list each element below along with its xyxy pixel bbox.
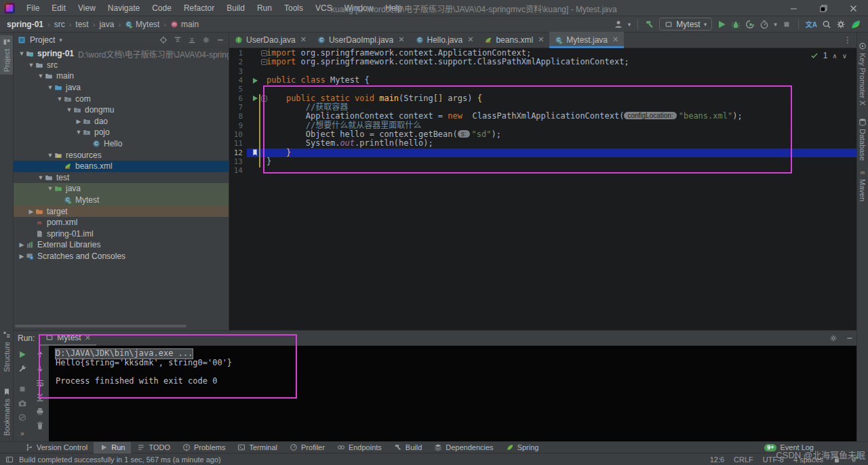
tree-item-java[interactable]: ▼java bbox=[14, 183, 229, 195]
tool-stripe-database[interactable]: Database bbox=[857, 115, 868, 163]
tab-close-icon[interactable]: ✕ bbox=[612, 35, 618, 44]
tree-item-pojo[interactable]: ▼pojo bbox=[14, 127, 229, 138]
stop-process-icon[interactable] bbox=[18, 384, 27, 394]
restore-button[interactable] bbox=[808, 0, 838, 16]
toolwindow-run[interactable]: Run bbox=[94, 442, 131, 453]
tree-chevron-icon[interactable]: ▼ bbox=[65, 106, 73, 113]
menu-navigate[interactable]: Navigate bbox=[102, 2, 146, 14]
tree-chevron-icon[interactable]: ▼ bbox=[46, 84, 54, 91]
toolwindow-build[interactable]: Build bbox=[388, 442, 428, 453]
status-message[interactable]: Build completed successfully in 1 sec, 5… bbox=[19, 456, 221, 464]
event-log-item[interactable]: 9+ Event Log bbox=[764, 443, 868, 451]
tree-chevron-icon[interactable]: ▼ bbox=[37, 174, 45, 181]
inspection-widget[interactable]: 1 ∧ ∨ bbox=[810, 51, 847, 60]
project-settings-icon[interactable] bbox=[202, 36, 210, 44]
editor-tab-userdaoimpl.java[interactable]: CUserDaoImpl.java✕ bbox=[312, 32, 410, 47]
menu-build[interactable]: Build bbox=[220, 2, 251, 14]
toolwindow-todo[interactable]: TODO bbox=[131, 442, 176, 453]
tree-item-src[interactable]: ▼src bbox=[14, 60, 229, 71]
breadcrumb-java[interactable]: java bbox=[99, 20, 114, 29]
tab-close-icon[interactable]: ✕ bbox=[538, 35, 544, 44]
tool-stripe-bookmarks[interactable]: Bookmarks bbox=[0, 385, 13, 439]
rerun-button-icon[interactable] bbox=[18, 350, 27, 359]
editor-tab-mytest.java[interactable]: CMytest.java✕ bbox=[549, 32, 624, 47]
clear-console-icon[interactable] bbox=[35, 421, 45, 430]
tab-close-icon[interactable]: ✕ bbox=[300, 35, 307, 44]
indent-style[interactable]: 4 spaces bbox=[793, 456, 823, 464]
tool-stripe-structure[interactable]: Structure bbox=[0, 328, 13, 375]
tool-stripe-maven[interactable]: m Maven bbox=[857, 165, 868, 204]
thread-dump-icon[interactable] bbox=[18, 399, 27, 408]
project-hscrollbar[interactable] bbox=[15, 325, 186, 327]
tool-stripe-key-promoter[interactable]: Key Promoter X bbox=[857, 39, 868, 108]
run-tab[interactable]: Mytest ✕ bbox=[40, 331, 96, 346]
project-view-dropdown-icon[interactable]: ▾ bbox=[59, 37, 62, 43]
tree-chevron-icon[interactable]: ▼ bbox=[37, 73, 45, 79]
tree-item-main[interactable]: ▼main bbox=[14, 70, 229, 82]
tree-chevron-icon[interactable]: ▼ bbox=[75, 129, 83, 136]
soft-wrap-icon[interactable] bbox=[35, 378, 45, 388]
tree-item-dao[interactable]: ▶dao bbox=[14, 116, 229, 127]
tree-item-beans-xml[interactable]: beans.xml bbox=[14, 161, 229, 172]
tree-chevron-icon[interactable]: ▼ bbox=[56, 96, 64, 102]
coverage-report-icon[interactable] bbox=[18, 413, 27, 422]
translate-icon[interactable]: 文A bbox=[806, 19, 817, 29]
down-stack-trace-icon[interactable] bbox=[35, 364, 45, 373]
menu-view[interactable]: View bbox=[72, 2, 102, 14]
toolwindow-endpoints[interactable]: Endpoints bbox=[331, 442, 388, 453]
run-console[interactable]: D:\JAVA\JDK\bin\java.exe ...Hello{string… bbox=[49, 346, 856, 441]
breadcrumb-test[interactable]: test bbox=[75, 20, 88, 29]
profiler-button-icon[interactable] bbox=[760, 20, 769, 29]
profiler-dropdown-icon[interactable]: ▾ bbox=[774, 21, 777, 28]
prev-problem-icon[interactable]: ∧ bbox=[832, 52, 837, 60]
expand-all-icon[interactable] bbox=[174, 36, 182, 44]
file-encoding[interactable]: UTF-8 bbox=[763, 456, 784, 464]
run-settings-gear-icon[interactable] bbox=[829, 334, 837, 342]
tree-item-com[interactable]: ▼com bbox=[14, 93, 229, 104]
search-everywhere-icon[interactable] bbox=[822, 20, 831, 29]
tree-item-test[interactable]: ▼test bbox=[14, 172, 229, 184]
debug-button-icon[interactable] bbox=[731, 20, 741, 29]
tree-item-resources[interactable]: ▼resources bbox=[14, 149, 229, 161]
run-config-wrench-icon[interactable] bbox=[18, 364, 27, 373]
collapse-all-icon[interactable] bbox=[188, 36, 196, 44]
more-actions-icon[interactable]: » bbox=[20, 430, 24, 441]
user-dropdown-icon[interactable]: ▾ bbox=[628, 21, 631, 28]
tree-item-spring-01-iml[interactable]: spring-01.iml bbox=[14, 228, 229, 240]
toolwindow-problems[interactable]: Problems bbox=[176, 442, 231, 453]
tab-list-icon[interactable]: ⋮ bbox=[844, 35, 852, 45]
project-panel-title[interactable]: Project bbox=[30, 35, 55, 45]
notifications-gear-icon[interactable] bbox=[850, 456, 859, 464]
tree-chevron-icon[interactable]: ▶ bbox=[18, 253, 26, 260]
toolwindow-dependencies[interactable]: Dependencies bbox=[428, 442, 499, 453]
tree-chevron-icon[interactable]: ▶ bbox=[27, 208, 35, 215]
scroll-to-end-icon[interactable] bbox=[35, 392, 45, 402]
tool-stripe-project[interactable]: Project bbox=[0, 35, 13, 75]
fold-marker-icon[interactable]: − bbox=[261, 50, 267, 56]
run-configuration-select[interactable]: Mytest ▾ bbox=[659, 18, 712, 31]
tree-item-target[interactable]: ▶target bbox=[14, 205, 229, 217]
tree-item-spring-01[interactable]: ▼spring-01D:\word文档\电子版练习册\JAVA\04-sprin… bbox=[14, 48, 229, 60]
toolwindow-spring[interactable]: Spring bbox=[500, 442, 545, 453]
tab-close-icon[interactable]: ✕ bbox=[398, 35, 404, 44]
toolwindow-terminal[interactable]: Terminal bbox=[231, 442, 283, 453]
tree-item-dongmu[interactable]: ▼dongmu bbox=[14, 104, 229, 116]
fold-marker-icon[interactable]: − bbox=[261, 59, 267, 65]
settings-gear-icon[interactable] bbox=[836, 20, 846, 29]
menu-file[interactable]: File bbox=[20, 2, 45, 14]
menu-code[interactable]: Code bbox=[146, 2, 178, 14]
menu-edit[interactable]: Edit bbox=[45, 2, 72, 14]
tool-window-toggle-icon[interactable] bbox=[5, 456, 14, 464]
tree-item-scratches-and-consoles[interactable]: ▶Scratches and Consoles bbox=[14, 251, 229, 262]
fold-marker-icon[interactable]: − bbox=[261, 96, 267, 102]
tree-item-java[interactable]: ▼java bbox=[14, 82, 229, 94]
run-tab-close-icon[interactable]: ✕ bbox=[85, 333, 91, 342]
tree-item-mytest[interactable]: CMytest bbox=[14, 195, 229, 206]
line-separator[interactable]: CRLF bbox=[734, 456, 753, 464]
next-problem-icon[interactable]: ∨ bbox=[842, 52, 847, 60]
readonly-lock-icon[interactable] bbox=[833, 456, 841, 464]
code-editor[interactable]: 1import org.springframework.context.Appl… bbox=[229, 48, 856, 330]
minimize-button[interactable] bbox=[778, 0, 808, 16]
tab-close-icon[interactable]: ✕ bbox=[467, 35, 473, 44]
build-hammer-icon[interactable] bbox=[645, 20, 654, 29]
